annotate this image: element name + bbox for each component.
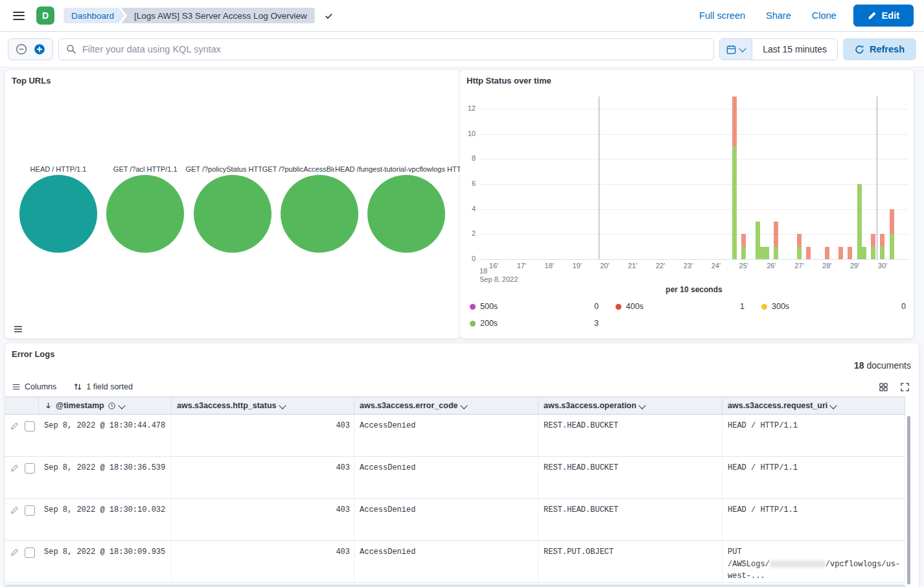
cell-timestamp[interactable]: Sep 8, 2022 @ 18:30:36.539 — [39, 457, 172, 498]
chevron-down-icon[interactable] — [638, 402, 645, 409]
cell-http-status[interactable]: 403 — [172, 415, 354, 456]
row-checkbox[interactable] — [25, 463, 35, 474]
bar-segment-200s — [797, 247, 802, 259]
bar[interactable] — [871, 234, 875, 259]
legend-item[interactable]: 200s3 — [470, 315, 616, 332]
bar[interactable] — [857, 184, 862, 259]
menu-icon[interactable] — [10, 9, 27, 23]
row-controls-cell — [5, 499, 39, 540]
expand-document-icon[interactable] — [11, 422, 19, 430]
fullscreen-icon[interactable] — [900, 382, 910, 392]
bar-segment-400s — [880, 234, 884, 246]
bar-segment-400s — [871, 234, 875, 246]
cell-request-uri[interactable]: HEAD / HTTP/1.1 — [722, 415, 905, 456]
header-controls-cell — [5, 397, 39, 414]
http-status-panel: Http Status over time 18 Sep 8, 2022 per… — [460, 70, 914, 338]
pie-slice[interactable] — [19, 175, 97, 253]
expand-document-icon[interactable] — [11, 464, 19, 472]
time-range-button[interactable]: Last 15 minutes — [752, 39, 837, 60]
chevron-down-icon[interactable] — [118, 402, 125, 409]
cell-request-uri[interactable]: PUT /AWSLogs//vpcflowlogs/us-west-... — [722, 541, 905, 582]
expand-document-icon[interactable] — [11, 506, 19, 514]
cell-operation[interactable]: REST.HEAD.BUCKET — [538, 415, 722, 456]
chevron-down-icon[interactable] — [460, 402, 467, 409]
column-header-http-status[interactable]: aws.s3access.http_status — [172, 397, 354, 414]
sort-desc-icon — [44, 402, 52, 410]
pie-slice[interactable] — [367, 175, 445, 253]
gridline — [479, 259, 908, 260]
cell-http-status[interactable]: 403 — [172, 541, 354, 582]
columns-button[interactable]: Columns — [12, 382, 56, 391]
cell-operation[interactable]: REST.PUT.OBJECT — [538, 541, 722, 582]
cell-error-code[interactable]: AccessDenied — [354, 457, 538, 498]
bar[interactable] — [825, 247, 829, 259]
display-options-icon[interactable] — [879, 382, 888, 392]
legend-item[interactable]: 500s0 — [470, 298, 616, 315]
bar[interactable] — [880, 234, 884, 259]
cell-error-code[interactable]: AccessDenied — [354, 415, 538, 456]
date-picker-calendar-button[interactable] — [720, 39, 752, 60]
horizontal-scrollbar[interactable] — [5, 584, 905, 587]
cell-error-code[interactable]: AccessDenied — [354, 499, 538, 540]
legend-toggle-icon[interactable] — [12, 323, 25, 336]
chevron-down-icon[interactable] — [279, 402, 286, 409]
refresh-button[interactable]: Refresh — [843, 38, 916, 60]
column-header-request-uri[interactable]: aws.s3access.request_uri — [722, 397, 905, 414]
y-axis-label: 2 — [460, 229, 476, 237]
legend-item[interactable]: 400s1 — [616, 298, 761, 315]
pie-slice[interactable] — [281, 175, 358, 253]
pie-slice[interactable] — [106, 175, 184, 253]
share-link[interactable]: Share — [766, 10, 791, 21]
bar-segment-400s — [806, 247, 811, 259]
bar[interactable] — [806, 247, 811, 259]
cell-timestamp[interactable]: Sep 8, 2022 @ 18:30:09.935 — [39, 541, 172, 582]
sort-fields-button[interactable]: 1 field sorted — [73, 382, 133, 391]
edit-button[interactable]: Edit — [853, 5, 914, 27]
row-checkbox[interactable] — [25, 505, 35, 516]
column-header-operation[interactable]: aws.s3access.operation — [538, 397, 722, 414]
kql-search-input[interactable] — [58, 38, 714, 60]
column-header-timestamp[interactable]: @timestamp — [39, 397, 172, 414]
x-axis-label: 26' — [767, 262, 776, 270]
search-icon — [66, 44, 76, 54]
bar[interactable] — [760, 247, 765, 259]
column-header-error-code[interactable]: aws.s3access.error_code — [354, 397, 538, 414]
bar[interactable] — [765, 247, 769, 259]
cell-error-code[interactable]: AccessDenied — [354, 541, 538, 582]
space-avatar[interactable]: D — [36, 6, 54, 25]
bar[interactable] — [732, 97, 737, 259]
clone-link[interactable]: Clone — [812, 10, 837, 21]
cell-operation[interactable]: REST.HEAD.BUCKET — [538, 457, 722, 498]
bar[interactable] — [741, 234, 746, 259]
expand-document-icon[interactable] — [11, 548, 19, 556]
cell-timestamp[interactable]: Sep 8, 2022 @ 18:30:10.032 — [39, 499, 172, 540]
bar[interactable] — [890, 209, 894, 259]
bar[interactable] — [848, 247, 852, 259]
cell-http-status[interactable]: 403 — [172, 499, 354, 540]
chevron-down-icon — [739, 45, 746, 52]
breadcrumb-dashboard[interactable]: Dashboard — [64, 8, 124, 23]
bar[interactable] — [756, 222, 760, 259]
bar[interactable] — [862, 247, 866, 259]
bar[interactable] — [838, 247, 843, 259]
bar-segment-200s — [741, 247, 746, 259]
full-screen-link[interactable]: Full screen — [699, 10, 745, 21]
row-checkbox[interactable] — [25, 421, 35, 432]
bar[interactable] — [797, 234, 802, 259]
row-checkbox[interactable] — [25, 547, 35, 558]
bar[interactable] — [774, 222, 778, 259]
filter-options-icon[interactable] — [16, 43, 27, 55]
add-filter-button[interactable] — [34, 43, 45, 55]
vertical-scrollbar[interactable] — [907, 416, 910, 584]
chevron-down-icon[interactable] — [830, 402, 837, 409]
pie-slice[interactable] — [194, 175, 271, 253]
cell-timestamp[interactable]: Sep 8, 2022 @ 18:30:44.478 — [39, 415, 172, 456]
cell-request-uri[interactable]: HEAD / HTTP/1.1 — [722, 457, 905, 498]
legend-item[interactable]: 300s0 — [761, 298, 907, 315]
refresh-icon — [855, 45, 864, 54]
legend-dot — [761, 304, 767, 310]
cell-http-status[interactable]: 403 — [172, 457, 354, 498]
y-axis-label: 10 — [460, 130, 476, 137]
cell-request-uri[interactable]: HEAD / HTTP/1.1 — [722, 499, 905, 540]
cell-operation[interactable]: REST.HEAD.BUCKET — [538, 499, 722, 540]
